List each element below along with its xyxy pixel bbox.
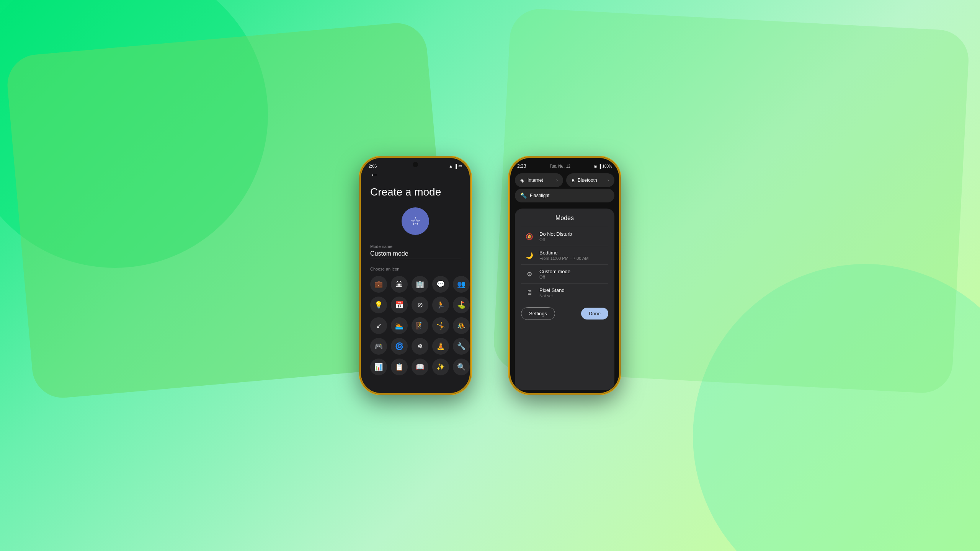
internet-label: Internet (528, 178, 543, 183)
icon-btn-calendar[interactable]: 📅 (391, 297, 408, 313)
phone-1: 2:06 ▲ ▐ ▭ ← Create a mode ☆ Mode name (360, 157, 471, 394)
icon-btn-arrow[interactable]: ↙ (370, 317, 387, 334)
icon-btn-search[interactable]: 🔍 (453, 359, 470, 375)
phone-side-button-1 (470, 227, 471, 250)
bedtime-text: Bedtime From 11:00 PM – 7:00 AM (539, 250, 605, 261)
wifi-icon-2: ◉ (594, 164, 597, 168)
icon-btn-sparkle[interactable]: ✨ (432, 359, 449, 375)
dnd-name: Do Not Disturb (539, 231, 605, 237)
icon-circle-container: ☆ (370, 207, 461, 235)
icon-btn-yoga[interactable]: 🧘 (432, 338, 449, 355)
icon-btn-wrench[interactable]: 🔧 (453, 338, 470, 355)
pixel-stand-name: Pixel Stand (539, 287, 605, 293)
modes-panel: Modes 🔕 Do Not Disturb Off 🌙 Bedtime Fro… (515, 209, 614, 390)
pixel-stand-icon: 🖥 (524, 287, 535, 298)
quick-tiles: ◈ Internet › ʙ Bluetooth › (510, 172, 619, 189)
bedtime-status: From 11:00 PM – 7:00 AM (539, 256, 605, 261)
icon-btn-snowflake[interactable]: ❄ (412, 338, 428, 355)
battery-icon-2: 100% (602, 164, 612, 168)
dnd-text: Do Not Disturb Off (539, 231, 605, 242)
icon-btn-golf[interactable]: ⛳ (453, 297, 470, 313)
icon-btn-gamepad[interactable]: 🎮 (370, 338, 387, 355)
settings-button[interactable]: Settings (521, 307, 555, 320)
internet-tile[interactable]: ◈ Internet › (515, 173, 563, 187)
icon-btn-gymnastics[interactable]: 🤸 (432, 317, 449, 334)
modes-panel-title: Modes (521, 215, 608, 222)
flashlight-section: 🔦 Flashlight (510, 189, 619, 205)
icon-btn-minus[interactable]: ⊘ (412, 297, 428, 313)
pixel-stand-status: Not set (539, 293, 605, 298)
phones-container: 2:06 ▲ ▐ ▭ ← Create a mode ☆ Mode name (360, 157, 620, 394)
dnd-icon: 🔕 (524, 231, 535, 242)
time-2: 2:23 (517, 163, 526, 169)
pixel-stand-text: Pixel Stand Not set (539, 287, 605, 298)
mode-item-dnd[interactable]: 🔕 Do Not Disturb Off (521, 227, 608, 246)
icon-btn-swirl[interactable]: 🌀 (391, 338, 408, 355)
mode-name-label: Mode name (370, 244, 461, 249)
screen-2: 2:23 Tue, Nov 12 ◉ ▐ 100% ◈ Internet › ʙ… (510, 158, 619, 393)
wifi-tile-icon: ◈ (520, 177, 524, 183)
phone-notch-2 (562, 162, 567, 167)
screen-1: 2:06 ▲ ▐ ▭ ← Create a mode ☆ Mode name (361, 158, 470, 393)
icon-btn-book[interactable]: 📖 (412, 359, 428, 375)
icon-btn-swim[interactable]: 🏊 (391, 317, 408, 334)
choose-icon-label: Choose an icon (370, 267, 461, 271)
signal-icon-1: ▐ (454, 164, 457, 168)
icon-btn-run[interactable]: 🏃 (432, 297, 449, 313)
star-icon: ☆ (410, 215, 421, 228)
status-icons-2: ◉ ▐ 100% (594, 164, 612, 168)
signal-icon-2: ▐ (598, 164, 601, 168)
icon-btn-briefcase[interactable]: 💼 (370, 276, 387, 293)
bluetooth-label: Bluetooth (578, 178, 597, 183)
mode-icon-circle[interactable]: ☆ (402, 207, 429, 235)
mode-name-section: Mode name (370, 244, 461, 259)
icon-btn-bank[interactable]: 🏛 (391, 276, 408, 293)
internet-arrow: › (556, 178, 558, 183)
custom-status: Off (539, 275, 605, 279)
flashlight-icon: 🔦 (520, 192, 527, 199)
bedtime-icon: 🌙 (524, 250, 535, 261)
mode-item-pixel-stand[interactable]: 🖥 Pixel Stand Not set (521, 284, 608, 302)
mode-item-custom[interactable]: ⚙ Custom mode Off (521, 265, 608, 283)
icon-btn-chat[interactable]: 💬 (432, 276, 449, 293)
flashlight-tile[interactable]: 🔦 Flashlight (515, 189, 614, 202)
phone-2: 2:23 Tue, Nov 12 ◉ ▐ 100% ◈ Internet › ʙ… (509, 157, 620, 394)
flashlight-label: Flashlight (530, 193, 549, 198)
icon-grid: 💼 🏛 🏢 💬 👥 💡 📅 ⊘ 🏃 ⛳ ↙ 🏊 🧗 🤸 🤼 🎮 (370, 276, 461, 375)
icon-btn-building[interactable]: 🏢 (412, 276, 428, 293)
mode-item-bedtime[interactable]: 🌙 Bedtime From 11:00 PM – 7:00 AM (521, 246, 608, 264)
custom-text: Custom mode Off (539, 269, 605, 279)
icon-btn-wrestling[interactable]: 🤼 (453, 317, 470, 334)
icon-btn-clipboard[interactable]: 📋 (391, 359, 408, 375)
icon-btn-chart[interactable]: 📊 (370, 359, 387, 375)
custom-mode-icon: ⚙ (524, 269, 535, 279)
wifi-icon-1: ▲ (449, 164, 453, 168)
done-button[interactable]: Done (581, 308, 608, 320)
phone-notch-1 (413, 162, 418, 167)
custom-name: Custom mode (539, 269, 605, 274)
icon-btn-group[interactable]: 👥 (453, 276, 470, 293)
icon-btn-climb[interactable]: 🧗 (412, 317, 428, 334)
icon-btn-bulb[interactable]: 💡 (370, 297, 387, 313)
time-1: 2:06 (369, 164, 377, 168)
page-title-1: Create a mode (370, 186, 461, 198)
screen-content-1: ← Create a mode ☆ Mode name Choose an ic… (361, 170, 470, 393)
phone-side-button-2 (619, 227, 620, 250)
battery-icon-1: ▭ (458, 163, 462, 168)
back-button-1[interactable]: ← (370, 170, 461, 180)
bluetooth-arrow: › (608, 178, 609, 183)
bedtime-name: Bedtime (539, 250, 605, 256)
dnd-status: Off (539, 237, 605, 242)
status-icons-1: ▲ ▐ ▭ (449, 163, 462, 168)
bluetooth-tile[interactable]: ʙ Bluetooth › (566, 173, 614, 187)
modes-footer: Settings Done (521, 307, 608, 320)
bluetooth-tile-icon: ʙ (572, 177, 575, 183)
mode-name-input[interactable] (370, 250, 461, 259)
